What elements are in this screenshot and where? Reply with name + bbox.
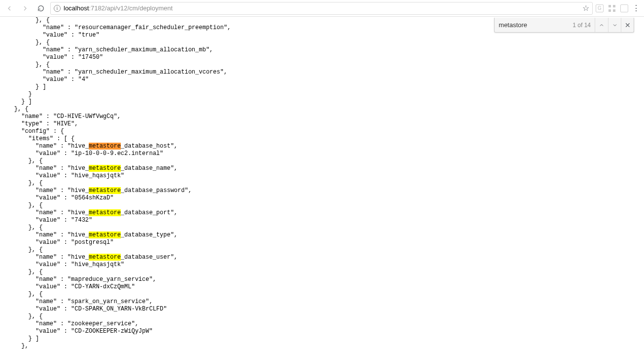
extension-icon-3[interactable] [620, 4, 628, 12]
extension-icon-2[interactable] [608, 4, 616, 13]
url-text: localhost:7182/api/v12/cm/deployment [64, 4, 173, 12]
back-button[interactable] [3, 2, 16, 15]
reload-button[interactable] [35, 2, 47, 15]
find-next-button[interactable] [608, 18, 621, 32]
toolbar-right-icons: G ⋮ [596, 3, 641, 13]
extension-icon-1[interactable]: G [596, 4, 604, 12]
find-prev-button[interactable] [595, 18, 608, 32]
find-result-count: 1 of 14 [569, 18, 595, 32]
site-info-icon[interactable]: i [54, 5, 61, 12]
address-bar[interactable]: i localhost:7182/api/v12/cm/deployment ☆ [50, 2, 593, 15]
bookmark-star-icon[interactable]: ☆ [582, 3, 589, 13]
svg-rect-0 [608, 5, 611, 7]
svg-rect-3 [613, 9, 615, 12]
forward-button[interactable] [19, 2, 32, 15]
browser-toolbar: i localhost:7182/api/v12/cm/deployment ☆… [0, 0, 644, 17]
json-response-body: }, { "name" : "resourcemanager_fair_sche… [0, 17, 644, 349]
svg-rect-1 [613, 5, 615, 7]
find-in-page-bar: 1 of 14 ✕ [494, 18, 634, 33]
menu-button[interactable]: ⋮ [632, 3, 640, 13]
find-input[interactable] [495, 18, 569, 32]
find-close-button[interactable]: ✕ [621, 18, 634, 32]
svg-rect-2 [608, 9, 611, 12]
